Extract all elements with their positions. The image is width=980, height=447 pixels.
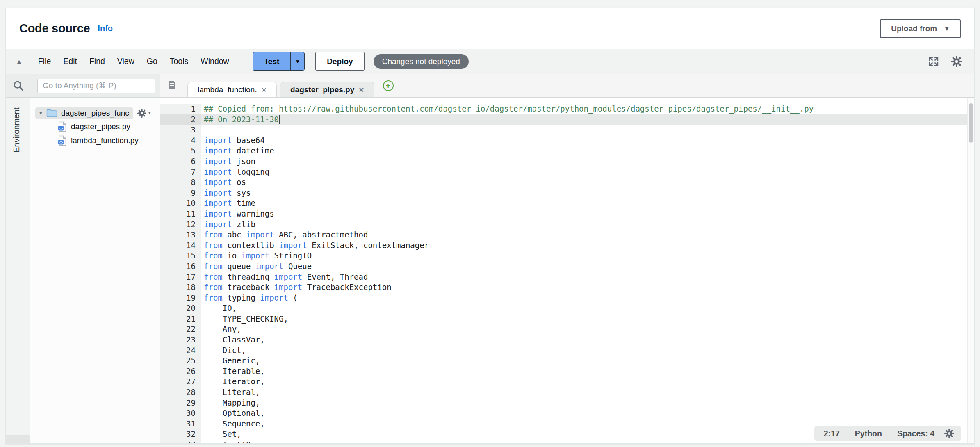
menu-item-go[interactable]: Go: [141, 57, 164, 66]
text-cursor: [279, 115, 280, 124]
line-number: 1: [160, 104, 201, 114]
code-line-17[interactable]: 17from threading import Event, Thread: [160, 272, 974, 283]
line-content: from typing import (: [201, 293, 974, 303]
tree-settings-button[interactable]: ▾: [137, 108, 151, 118]
line-content: import datetime: [201, 146, 974, 156]
code-line-3[interactable]: 3: [160, 125, 974, 135]
code-line-24[interactable]: 24 Dict,: [160, 345, 974, 356]
menu-item-window[interactable]: Window: [194, 57, 235, 66]
code-line-18[interactable]: 18from traceback import TracebackExcepti…: [160, 282, 974, 293]
code-line-1[interactable]: 1## Copied from: https://raw.githubuserc…: [160, 104, 974, 114]
code-line-23[interactable]: 23 ClassVar,: [160, 335, 974, 345]
goto-anything-input[interactable]: [37, 79, 155, 93]
code-line-21[interactable]: 21 TYPE_CHECKING,: [160, 314, 974, 324]
tree-expand-caret-icon[interactable]: ▼: [38, 110, 43, 116]
line-number: 30: [160, 408, 201, 419]
upload-from-label: Upload from: [891, 24, 937, 33]
line-number: 24: [160, 345, 201, 356]
code-line-28[interactable]: 28 Literal,: [160, 387, 974, 398]
line-number: 6: [160, 156, 201, 167]
code-line-19[interactable]: 19from typing import (: [160, 293, 974, 303]
code-line-30[interactable]: 30 Optional,: [160, 408, 974, 419]
spaces-indicator[interactable]: Spaces: 4: [897, 429, 934, 438]
tab-label: dagster_pipes.py: [290, 85, 354, 94]
line-number: 27: [160, 376, 201, 387]
menu-item-view[interactable]: View: [111, 57, 141, 66]
line-number: 33: [160, 440, 201, 443]
code-line-11[interactable]: 11import warnings: [160, 209, 974, 219]
scrollbar-handle[interactable]: [969, 103, 973, 143]
code-line-27[interactable]: 27 Iterator,: [160, 376, 974, 387]
code-line-14[interactable]: 14from contextlib import ExitStack, cont…: [160, 240, 974, 251]
line-number: 3: [160, 125, 201, 135]
collapse-panel-icon[interactable]: ▲: [16, 58, 22, 65]
tree-file-lambda-function-py[interactable]: <> lambda_function.py: [30, 134, 160, 148]
code-line-20[interactable]: 20 IO,: [160, 303, 974, 314]
info-link[interactable]: Info: [98, 24, 113, 33]
line-content: import sys: [201, 188, 974, 198]
line-number: 7: [160, 167, 201, 178]
cursor-position[interactable]: 2:17: [824, 429, 840, 438]
code-line-22[interactable]: 22 Any,: [160, 324, 974, 335]
search-icon: [13, 80, 24, 91]
code-line-8[interactable]: 8import os: [160, 177, 974, 188]
line-number: 14: [160, 240, 201, 251]
fullscreen-button[interactable]: [928, 55, 940, 68]
ide-body: Environment ▼ dagster_pipes_funct: [6, 98, 974, 443]
menu-item-edit[interactable]: Edit: [57, 57, 83, 66]
code-line-2[interactable]: 2## On 2023-11-30: [160, 114, 974, 125]
code-line-10[interactable]: 10import time: [160, 198, 974, 209]
status-settings-button[interactable]: [944, 428, 955, 439]
close-icon[interactable]: ×: [359, 85, 364, 94]
svg-text:<>: <>: [59, 140, 64, 144]
code-line-25[interactable]: 25 Generic,: [160, 356, 974, 366]
code-line-26[interactable]: 26 Iterable,: [160, 366, 974, 377]
code-line-29[interactable]: 29 Mapping,: [160, 398, 974, 408]
settings-gear-button[interactable]: [950, 55, 963, 68]
tab-bar: lambda_function.×dagster_pipes.py× +: [160, 74, 974, 97]
close-icon[interactable]: ×: [262, 85, 267, 94]
language-mode[interactable]: Python: [855, 429, 882, 438]
test-dropdown-button[interactable]: ▼: [291, 52, 304, 70]
menu-item-tools[interactable]: Tools: [164, 57, 195, 66]
code-editor[interactable]: 1## Copied from: https://raw.githubuserc…: [160, 98, 974, 443]
tab-dagster-pipes-py[interactable]: dagster_pipes.py×: [280, 82, 374, 97]
code-line-16[interactable]: 16from queue import Queue: [160, 261, 974, 272]
code-line-12[interactable]: 12import zlib: [160, 219, 974, 230]
line-content: import os: [201, 177, 974, 188]
code-line-13[interactable]: 13from abc import ABC, abstractmethod: [160, 230, 974, 240]
line-number: 10: [160, 198, 201, 209]
code-line-4[interactable]: 4import base64: [160, 135, 974, 146]
line-content: Iterator,: [201, 376, 974, 387]
svg-text:<>: <>: [59, 126, 64, 130]
environment-tab-label[interactable]: Environment: [12, 107, 21, 152]
upload-from-button[interactable]: Upload from ▼: [880, 19, 961, 38]
deploy-button[interactable]: Deploy: [315, 52, 364, 71]
line-content: [201, 125, 974, 135]
tree-folder-label: dagster_pipes_funct: [61, 109, 130, 118]
line-content: Any,: [201, 324, 974, 335]
toolbar-right-icons: [928, 55, 963, 68]
new-tab-button[interactable]: +: [383, 80, 394, 91]
tab-lambda-function[interactable]: lambda_function.×: [187, 82, 277, 97]
line-content: from abc import ABC, abstractmethod: [201, 230, 974, 240]
code-line-7[interactable]: 7import logging: [160, 167, 974, 178]
menu-item-file[interactable]: File: [32, 57, 57, 66]
tree-file-label: dagster_pipes.py: [71, 122, 130, 131]
line-number: 29: [160, 398, 201, 408]
line-content: ClassVar,: [201, 335, 974, 345]
test-button[interactable]: Test: [253, 52, 291, 70]
vertical-scrollbar[interactable]: [967, 98, 974, 443]
tree-file-dagster-pipes-py[interactable]: <> dagster_pipes.py: [30, 120, 160, 134]
code-line-15[interactable]: 15from io import StringIO: [160, 251, 974, 261]
tree-folder-row[interactable]: ▼ dagster_pipes_funct ▾: [30, 106, 160, 120]
code-line-6[interactable]: 6import json: [160, 156, 974, 167]
code-file-icon: <>: [58, 121, 66, 132]
line-number: 26: [160, 366, 201, 377]
code-line-9[interactable]: 9import sys: [160, 188, 974, 198]
tab-list-icon[interactable]: [167, 80, 177, 91]
tree-files: <> dagster_pipes.py <> lambda_function.p…: [30, 120, 160, 148]
menu-item-find[interactable]: Find: [83, 57, 111, 66]
changes-not-deployed-badge: Changes not deployed: [374, 54, 469, 69]
code-line-5[interactable]: 5import datetime: [160, 146, 974, 156]
